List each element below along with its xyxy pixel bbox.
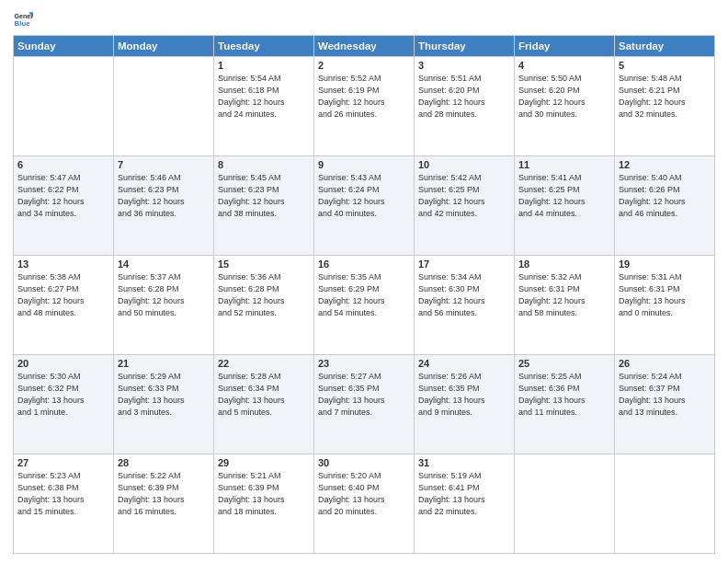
day-info: Sunrise: 5:50 AM Sunset: 6:20 PM Dayligh… [518,73,610,121]
day-info: Sunrise: 5:19 AM Sunset: 6:41 PM Dayligh… [418,470,510,518]
day-info: Sunrise: 5:30 AM Sunset: 6:32 PM Dayligh… [17,371,109,419]
day-number: 12 [619,159,711,170]
calendar-cell: 11Sunrise: 5:41 AM Sunset: 6:25 PM Dayli… [515,156,615,256]
calendar-cell: 27Sunrise: 5:23 AM Sunset: 6:38 PM Dayli… [14,454,114,554]
calendar-cell [14,57,114,156]
day-info: Sunrise: 5:29 AM Sunset: 6:33 PM Dayligh… [118,371,210,419]
day-number: 24 [418,358,510,369]
header: General Blue [13,9,715,29]
svg-text:Blue: Blue [15,19,31,28]
day-number: 28 [118,457,210,468]
calendar-cell: 20Sunrise: 5:30 AM Sunset: 6:32 PM Dayli… [14,355,114,454]
calendar-cell: 14Sunrise: 5:37 AM Sunset: 6:28 PM Dayli… [114,256,214,355]
page: General Blue SundayMondayTuesdayWednesda… [0,0,728,563]
day-info: Sunrise: 5:23 AM Sunset: 6:38 PM Dayligh… [17,470,109,518]
calendar-cell: 29Sunrise: 5:21 AM Sunset: 6:39 PM Dayli… [214,454,314,554]
calendar-cell: 6Sunrise: 5:47 AM Sunset: 6:22 PM Daylig… [14,156,114,256]
week-row-1: 1Sunrise: 5:54 AM Sunset: 6:18 PM Daylig… [14,57,715,156]
day-number: 13 [17,259,109,270]
day-info: Sunrise: 5:36 AM Sunset: 6:28 PM Dayligh… [218,271,310,319]
day-info: Sunrise: 5:54 AM Sunset: 6:18 PM Dayligh… [218,73,310,121]
calendar-cell: 22Sunrise: 5:28 AM Sunset: 6:34 PM Dayli… [214,355,314,454]
calendar-cell: 10Sunrise: 5:42 AM Sunset: 6:25 PM Dayli… [415,156,515,256]
calendar-cell: 9Sunrise: 5:43 AM Sunset: 6:24 PM Daylig… [314,156,415,256]
day-header-sunday: Sunday [14,36,114,57]
calendar-cell: 17Sunrise: 5:34 AM Sunset: 6:30 PM Dayli… [415,256,515,355]
day-number: 27 [17,457,109,468]
logo: General Blue [13,9,35,29]
day-header-friday: Friday [515,36,615,57]
day-info: Sunrise: 5:26 AM Sunset: 6:35 PM Dayligh… [418,371,510,419]
day-number: 14 [118,259,210,270]
calendar-cell: 7Sunrise: 5:46 AM Sunset: 6:23 PM Daylig… [114,156,214,256]
day-number: 8 [218,159,310,170]
calendar-cell [515,454,615,554]
day-number: 1 [218,60,310,71]
day-info: Sunrise: 5:45 AM Sunset: 6:23 PM Dayligh… [218,172,310,220]
day-info: Sunrise: 5:25 AM Sunset: 6:36 PM Dayligh… [518,371,610,419]
calendar-cell: 30Sunrise: 5:20 AM Sunset: 6:40 PM Dayli… [314,454,415,554]
day-number: 31 [418,457,510,468]
calendar-cell: 4Sunrise: 5:50 AM Sunset: 6:20 PM Daylig… [515,57,615,156]
day-info: Sunrise: 5:47 AM Sunset: 6:22 PM Dayligh… [17,172,109,220]
day-number: 10 [418,159,510,170]
day-info: Sunrise: 5:43 AM Sunset: 6:24 PM Dayligh… [318,172,410,220]
day-info: Sunrise: 5:27 AM Sunset: 6:35 PM Dayligh… [318,371,410,419]
day-info: Sunrise: 5:31 AM Sunset: 6:31 PM Dayligh… [619,271,711,319]
day-number: 4 [518,60,610,71]
day-info: Sunrise: 5:46 AM Sunset: 6:23 PM Dayligh… [118,172,210,220]
day-number: 30 [318,457,410,468]
calendar-cell: 15Sunrise: 5:36 AM Sunset: 6:28 PM Dayli… [214,256,314,355]
calendar-cell: 21Sunrise: 5:29 AM Sunset: 6:33 PM Dayli… [114,355,214,454]
day-header-saturday: Saturday [615,36,715,57]
calendar-cell: 31Sunrise: 5:19 AM Sunset: 6:41 PM Dayli… [415,454,515,554]
day-header-tuesday: Tuesday [214,36,314,57]
day-number: 22 [218,358,310,369]
calendar-cell: 12Sunrise: 5:40 AM Sunset: 6:26 PM Dayli… [615,156,715,256]
day-header-monday: Monday [114,36,214,57]
calendar-cell [114,57,214,156]
day-number: 25 [518,358,610,369]
day-info: Sunrise: 5:38 AM Sunset: 6:27 PM Dayligh… [17,271,109,319]
calendar-cell: 2Sunrise: 5:52 AM Sunset: 6:19 PM Daylig… [314,57,415,156]
day-info: Sunrise: 5:28 AM Sunset: 6:34 PM Dayligh… [218,371,310,419]
day-number: 15 [218,259,310,270]
day-header-wednesday: Wednesday [314,36,415,57]
calendar-cell: 24Sunrise: 5:26 AM Sunset: 6:35 PM Dayli… [415,355,515,454]
day-number: 5 [619,60,711,71]
calendar-cell: 28Sunrise: 5:22 AM Sunset: 6:39 PM Dayli… [114,454,214,554]
day-info: Sunrise: 5:22 AM Sunset: 6:39 PM Dayligh… [118,470,210,518]
day-info: Sunrise: 5:35 AM Sunset: 6:29 PM Dayligh… [318,271,410,319]
day-info: Sunrise: 5:52 AM Sunset: 6:19 PM Dayligh… [318,73,410,121]
day-number: 29 [218,457,310,468]
calendar: SundayMondayTuesdayWednesdayThursdayFrid… [13,35,715,554]
day-info: Sunrise: 5:41 AM Sunset: 6:25 PM Dayligh… [518,172,610,220]
week-row-4: 20Sunrise: 5:30 AM Sunset: 6:32 PM Dayli… [14,355,715,454]
calendar-cell: 3Sunrise: 5:51 AM Sunset: 6:20 PM Daylig… [415,57,515,156]
calendar-cell [615,454,715,554]
calendar-cell: 8Sunrise: 5:45 AM Sunset: 6:23 PM Daylig… [214,156,314,256]
day-info: Sunrise: 5:37 AM Sunset: 6:28 PM Dayligh… [118,271,210,319]
day-info: Sunrise: 5:48 AM Sunset: 6:21 PM Dayligh… [619,73,711,121]
calendar-cell: 18Sunrise: 5:32 AM Sunset: 6:31 PM Dayli… [515,256,615,355]
calendar-cell: 25Sunrise: 5:25 AM Sunset: 6:36 PM Dayli… [515,355,615,454]
day-number: 19 [619,259,711,270]
day-number: 2 [318,60,410,71]
day-header-thursday: Thursday [415,36,515,57]
day-info: Sunrise: 5:34 AM Sunset: 6:30 PM Dayligh… [418,271,510,319]
week-row-3: 13Sunrise: 5:38 AM Sunset: 6:27 PM Dayli… [14,256,715,355]
day-info: Sunrise: 5:42 AM Sunset: 6:25 PM Dayligh… [418,172,510,220]
day-number: 21 [118,358,210,369]
day-number: 17 [418,259,510,270]
day-number: 18 [518,259,610,270]
day-number: 3 [418,60,510,71]
week-row-5: 27Sunrise: 5:23 AM Sunset: 6:38 PM Dayli… [14,454,715,554]
calendar-cell: 13Sunrise: 5:38 AM Sunset: 6:27 PM Dayli… [14,256,114,355]
day-info: Sunrise: 5:32 AM Sunset: 6:31 PM Dayligh… [518,271,610,319]
week-row-2: 6Sunrise: 5:47 AM Sunset: 6:22 PM Daylig… [14,156,715,256]
calendar-cell: 19Sunrise: 5:31 AM Sunset: 6:31 PM Dayli… [615,256,715,355]
day-info: Sunrise: 5:20 AM Sunset: 6:40 PM Dayligh… [318,470,410,518]
logo-icon: General Blue [13,9,33,29]
day-info: Sunrise: 5:24 AM Sunset: 6:37 PM Dayligh… [619,371,711,419]
day-number: 16 [318,259,410,270]
